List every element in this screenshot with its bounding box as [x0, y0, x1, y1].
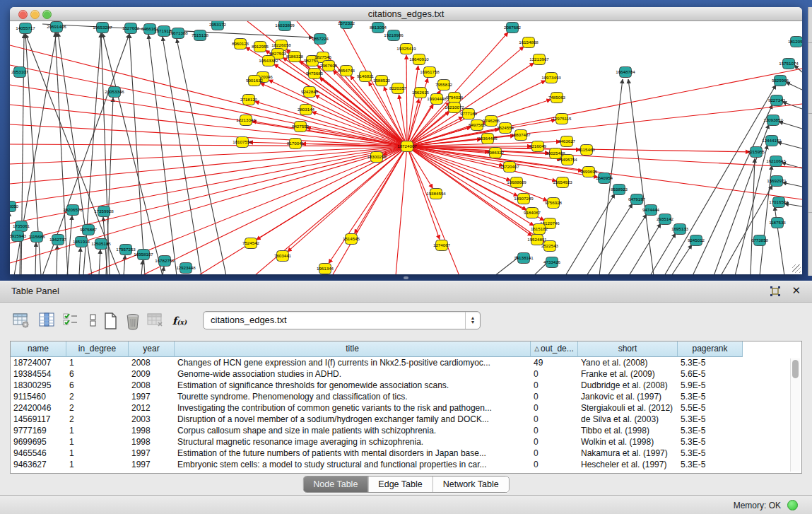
scrollbar-thumb[interactable] — [792, 360, 799, 378]
table-cell[interactable]: 9465546 — [11, 448, 66, 459]
table-cell[interactable]: 2008 — [129, 357, 175, 368]
table-row[interactable]: 1872400712008Changes of HCN gene express… — [11, 357, 801, 368]
table-cell[interactable]: 18724007 — [11, 357, 66, 368]
column-header-pagerank[interactable]: pagerank — [678, 341, 743, 357]
table-cell[interactable]: Tibbo et al. (1998) — [578, 425, 678, 436]
table-cell[interactable]: 1 — [66, 448, 129, 459]
table-cell[interactable]: 5.3E-5 — [678, 425, 743, 436]
table-cell[interactable]: 9463627 — [11, 459, 66, 470]
table-cell[interactable]: 9699695 — [11, 436, 66, 448]
table-cell[interactable]: 6 — [66, 380, 129, 391]
table-cell[interactable]: 1998 — [129, 425, 175, 436]
close-icon[interactable]: ✕ — [792, 284, 801, 297]
table-cell[interactable]: 1 — [66, 436, 129, 448]
table-cell[interactable]: 2 — [66, 391, 129, 402]
column-header-year[interactable]: year — [129, 341, 175, 357]
table-cell[interactable]: 1 — [66, 425, 129, 436]
combobox-stepper-icon[interactable]: ▲▼ — [465, 312, 480, 329]
column-header-out_de[interactable]: △out_de... — [531, 341, 578, 357]
table-cell[interactable]: 1997 — [129, 448, 175, 459]
table-cell[interactable]: 5.3E-5 — [678, 414, 743, 425]
table-body[interactable]: 1872400712008Changes of HCN gene express… — [11, 357, 801, 470]
show-columns-icon[interactable] — [37, 310, 57, 332]
table-row[interactable]: 946362711997Embryonic stem cells: a mode… — [11, 459, 801, 470]
table-cell[interactable]: 14569117 — [11, 414, 66, 425]
table-cell[interactable]: 2012 — [129, 402, 175, 414]
table-cell[interactable]: 5.9E-5 — [678, 380, 743, 391]
table-cell[interactable]: de Silva et al. (2003) — [578, 414, 678, 425]
table-cell[interactable]: 0 — [531, 414, 578, 425]
table-cell[interactable]: 5.3E-5 — [678, 448, 743, 459]
table-cell[interactable]: 2 — [66, 414, 129, 425]
table-cell[interactable]: Franke et al. (2009) — [578, 368, 678, 380]
table-cell[interactable]: 0 — [531, 459, 578, 470]
table-cell[interactable]: 6 — [66, 368, 129, 380]
table-cell[interactable]: 5.6E-5 — [678, 368, 743, 380]
delete-icon[interactable] — [123, 310, 143, 332]
column-header-name[interactable]: name — [11, 341, 66, 357]
table-row[interactable]: 977716911998Corpus callosum shape and si… — [11, 425, 801, 436]
table-cell[interactable]: 0 — [531, 425, 578, 436]
table-cell[interactable]: 2008 — [129, 380, 175, 391]
node-table[interactable]: namein_degreeyeartitle△out_de...shortpag… — [10, 341, 802, 474]
table-cell[interactable]: Nakamura et al. (1997) — [578, 448, 678, 459]
tab-edge-table[interactable]: Edge Table — [367, 477, 432, 492]
table-cell[interactable]: 5.3E-5 — [678, 391, 743, 402]
table-cell[interactable]: Hescheler et al. (1997) — [578, 459, 678, 470]
table-cell[interactable]: 9115460 — [11, 391, 66, 402]
column-header-in_degree[interactable]: in_degree — [66, 341, 129, 357]
split-pane-handle[interactable] — [404, 276, 408, 279]
table-cell[interactable]: Yano et al. (2008) — [578, 357, 678, 368]
table-cell[interactable]: 0 — [531, 448, 578, 459]
table-cell[interactable]: 5.3E-5 — [678, 357, 743, 368]
table-cell[interactable]: 1 — [66, 357, 129, 368]
table-row[interactable]: 2242004622012Investigating the contribut… — [11, 402, 801, 414]
table-cell[interactable]: 5.3E-5 — [678, 436, 743, 448]
column-header-title[interactable]: title — [175, 341, 531, 357]
table-settings-icon[interactable] — [11, 310, 31, 332]
table-cell[interactable]: 2 — [66, 402, 129, 414]
float-window-icon[interactable] — [770, 286, 781, 297]
table-cell[interactable]: 1997 — [129, 391, 175, 402]
network-window[interactable]: citations_edges.txt 14055717206914061065… — [10, 7, 802, 274]
table-cell[interactable]: Wolkin et al. (1998) — [578, 436, 678, 448]
table-cell[interactable]: 5.3E-5 — [678, 459, 743, 470]
table-cell[interactable]: 5.5E-5 — [678, 402, 743, 414]
table-cell[interactable]: Structural magnetic resonance image aver… — [175, 436, 531, 448]
new-document-icon[interactable] — [100, 310, 120, 332]
table-row[interactable]: 1830029562008Estimation of significance … — [11, 380, 801, 391]
table-cell[interactable]: Jankovic et al. (1997) — [578, 391, 678, 402]
table-cell[interactable]: 2003 — [129, 414, 175, 425]
table-selector-combobox[interactable]: citations_edges.txt ▲▼ — [203, 311, 481, 329]
function-builder-icon[interactable]: f(x) — [170, 310, 189, 332]
table-cell[interactable]: Changes of HCN gene expression and I(f) … — [175, 357, 531, 368]
table-cell[interactable]: 1 — [66, 459, 129, 470]
table-cell[interactable]: 0 — [531, 368, 578, 380]
table-cell[interactable]: 2009 — [129, 368, 175, 380]
table-row[interactable]: 911546021997Tourette syndrome. Phenomeno… — [11, 391, 801, 402]
table-cell[interactable]: 22420046 — [11, 402, 66, 414]
table-cell[interactable]: Estimation of the future numbers of pati… — [175, 448, 531, 459]
table-cell[interactable]: Stergiakouli et al. (2012) — [578, 402, 678, 414]
table-cell[interactable]: Investigating the contribution of common… — [175, 402, 531, 414]
table-cell[interactable]: 1997 — [129, 459, 175, 470]
table-cell[interactable]: Corpus callosum shape and size in male p… — [175, 425, 531, 436]
table-header-row[interactable]: namein_degreeyeartitle△out_de...shortpag… — [11, 341, 801, 357]
table-cell[interactable]: 0 — [531, 402, 578, 414]
table-cell[interactable]: 49 — [531, 357, 578, 368]
table-cell[interactable]: Genome-wide association studies in ADHD. — [175, 368, 531, 380]
table-row[interactable]: 1456911722003Disruption of a novel membe… — [11, 414, 801, 425]
table-cell[interactable]: 0 — [531, 380, 578, 391]
segmented-control[interactable]: Node TableEdge TableNetwork Table — [302, 476, 509, 493]
tab-network-table[interactable]: Network Table — [433, 477, 509, 492]
table-row[interactable]: 969969511998Structural magnetic resonanc… — [11, 436, 801, 448]
table-cell[interactable]: 0 — [531, 436, 578, 448]
column-header-short[interactable]: short — [578, 341, 678, 357]
table-cell[interactable]: Dudbridge et al. (2008) — [578, 380, 678, 391]
table-row[interactable]: 946554611997Estimation of the future num… — [11, 448, 801, 459]
table-cell[interactable]: Disruption of a novel member of a sodium… — [175, 414, 531, 425]
table-cell[interactable]: 0 — [531, 391, 578, 402]
window-resize-grip[interactable] — [792, 264, 801, 273]
table-row[interactable]: 1938455462009Genome-wide association stu… — [11, 368, 801, 380]
network-canvas[interactable]: 1405571720691406106532871527602646616110… — [10, 21, 802, 274]
